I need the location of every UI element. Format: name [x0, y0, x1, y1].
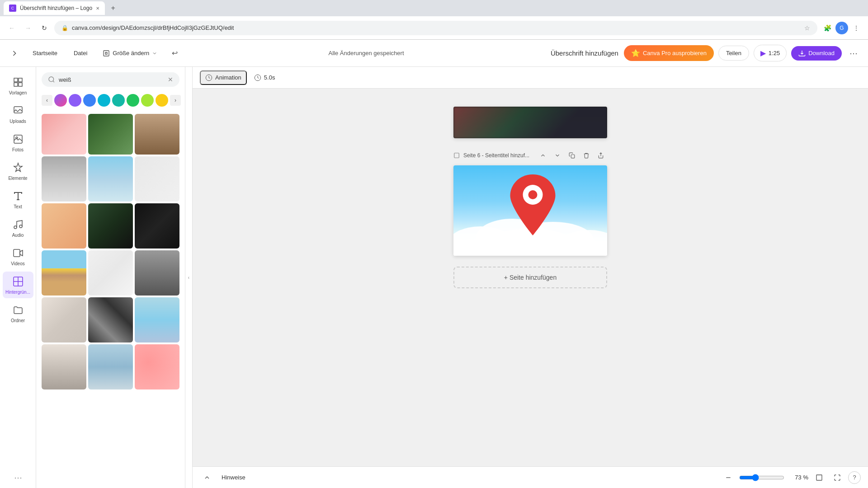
tab-close-btn[interactable]: ✕: [96, 6, 99, 11]
color-prev-btn[interactable]: ‹: [42, 95, 52, 106]
canvas-area: Animation 5.0s: [193, 67, 868, 488]
play-button[interactable]: ▶ 1:25: [754, 45, 787, 61]
color-dot-teal[interactable]: [112, 94, 125, 107]
forward-btn[interactable]: →: [22, 22, 34, 34]
canva-pro-button[interactable]: ⭐ Canva Pro ausprobieren: [624, 45, 714, 61]
undo-button[interactable]: ↩: [167, 46, 182, 61]
videos-icon: [12, 247, 24, 259]
image-thumb[interactable]: [42, 203, 86, 249]
audio-label: Audio: [12, 233, 24, 238]
sidebar-item-ordner[interactable]: Ordner: [3, 300, 33, 327]
sidebar-item-text[interactable]: Text: [3, 186, 33, 213]
color-next-btn[interactable]: ›: [170, 95, 181, 106]
page-6-actions: [537, 149, 607, 162]
color-dot-purple[interactable]: [69, 94, 81, 107]
resize-label: Größe ändern: [113, 50, 149, 56]
image-thumb[interactable]: [42, 297, 86, 343]
add-page-button[interactable]: + Seite hinzufügen: [453, 267, 607, 288]
image-thumb[interactable]: [88, 203, 133, 249]
search-input[interactable]: [59, 76, 164, 83]
location-pin: [508, 172, 558, 239]
home-button[interactable]: [7, 46, 22, 61]
bottom-bar: Hinweise 73 % ?: [193, 466, 868, 488]
animation-button[interactable]: Animation: [200, 70, 247, 85]
sidebar-item-videos[interactable]: Videos: [3, 243, 33, 270]
sidebar-more-btn[interactable]: ⋯: [14, 473, 22, 483]
page-down-btn[interactable]: [551, 149, 564, 162]
color-dot-cyan[interactable]: [98, 94, 110, 107]
page-share-btn[interactable]: [594, 149, 607, 162]
image-thumb[interactable]: [135, 203, 179, 249]
fit-to-screen-btn[interactable]: [812, 470, 826, 485]
image-thumb[interactable]: [88, 344, 133, 389]
project-title: Überschrift hinzufügen: [551, 49, 618, 57]
image-thumb[interactable]: [42, 156, 86, 202]
canvas-scroll[interactable]: Seite 6 - Seitentitel hinzuf...: [193, 89, 868, 466]
active-tab[interactable]: C Überschrift hinzufügen – Logo ✕: [4, 1, 105, 15]
more-button[interactable]: ⋯: [846, 46, 861, 61]
new-tab-btn[interactable]: +: [107, 2, 119, 14]
color-dot-blue[interactable]: [83, 94, 96, 107]
image-thumb[interactable]: [135, 344, 179, 389]
vorlagen-icon: [12, 76, 24, 89]
notes-label: Hinweise: [222, 474, 245, 481]
page-duplicate-btn[interactable]: [566, 149, 578, 162]
sidebar-item-hintergrund[interactable]: Hintergrün...: [3, 272, 33, 298]
sidebar-item-elemente[interactable]: Elemente: [3, 158, 33, 184]
panel-collapse-handle[interactable]: ‹: [185, 67, 193, 488]
image-thumb[interactable]: [135, 250, 179, 296]
svg-rect-15: [454, 153, 459, 158]
page-up-btn[interactable]: [537, 149, 549, 162]
url-input[interactable]: [72, 24, 801, 31]
page-delete-btn[interactable]: [580, 149, 593, 162]
color-dot-lime[interactable]: [141, 94, 154, 107]
prev-page-top[interactable]: [453, 107, 607, 138]
sidebar-item-fotos[interactable]: Fotos: [3, 129, 33, 156]
reload-btn[interactable]: ↻: [38, 22, 51, 34]
zoom-out-btn[interactable]: [721, 470, 736, 485]
svg-rect-3: [14, 83, 18, 86]
image-thumb[interactable]: [135, 297, 179, 343]
ordner-label: Ordner: [11, 318, 25, 323]
home-nav-btn[interactable]: Startseite: [27, 47, 63, 59]
sidebar-item-uploads[interactable]: Uploads: [3, 101, 33, 127]
image-thumb[interactable]: [42, 344, 86, 389]
color-dot-green[interactable]: [127, 94, 139, 107]
image-thumb[interactable]: [135, 114, 179, 155]
extensions-btn[interactable]: 🧩: [821, 22, 834, 34]
zoom-controls: 73 % ?: [721, 470, 861, 485]
more-options-btn[interactable]: ⋮: [850, 22, 863, 34]
share-button[interactable]: Teilen: [718, 46, 749, 61]
image-thumb[interactable]: [135, 156, 179, 202]
image-thumb[interactable]: [88, 297, 133, 343]
image-thumb[interactable]: [42, 250, 86, 296]
file-nav-btn[interactable]: Datei: [68, 47, 93, 59]
help-btn[interactable]: ?: [848, 471, 861, 484]
fullscreen-btn[interactable]: [830, 470, 844, 485]
browser-toolbar: ← → ↻ 🔒 ☆ 🧩 G ⋮: [0, 16, 868, 40]
image-thumb[interactable]: [42, 114, 86, 155]
profile-btn[interactable]: G: [835, 22, 848, 34]
download-button[interactable]: Download: [791, 46, 842, 61]
sidebar-item-audio[interactable]: Audio: [3, 215, 33, 241]
color-dot-yellow[interactable]: [156, 94, 168, 107]
panel-toggle-btn[interactable]: [200, 470, 214, 485]
add-page-label: + Seite hinzufügen: [504, 274, 557, 281]
search-bar: ✕: [36, 67, 185, 92]
sidebar-item-vorlagen[interactable]: Vorlagen: [3, 72, 33, 99]
zoom-slider[interactable]: [739, 474, 784, 481]
resize-button[interactable]: Größe ändern: [98, 47, 162, 60]
search-clear-btn[interactable]: ✕: [168, 76, 173, 83]
color-dot-gradient[interactable]: [54, 94, 67, 107]
image-thumb[interactable]: [88, 156, 133, 202]
back-btn[interactable]: ←: [5, 22, 18, 34]
star-icon[interactable]: ☆: [804, 24, 810, 32]
address-bar[interactable]: 🔒 ☆: [54, 21, 817, 35]
svg-rect-2: [19, 78, 22, 82]
image-thumb[interactable]: [88, 114, 133, 155]
topbar-left: Startseite Datei Größe ändern ↩: [7, 46, 182, 61]
sidebar: Vorlagen Uploads Fotos Elemente: [0, 67, 36, 488]
collapse-icon: ‹: [188, 275, 189, 280]
image-thumb[interactable]: [88, 250, 133, 296]
canvas-page-6[interactable]: [453, 165, 607, 256]
